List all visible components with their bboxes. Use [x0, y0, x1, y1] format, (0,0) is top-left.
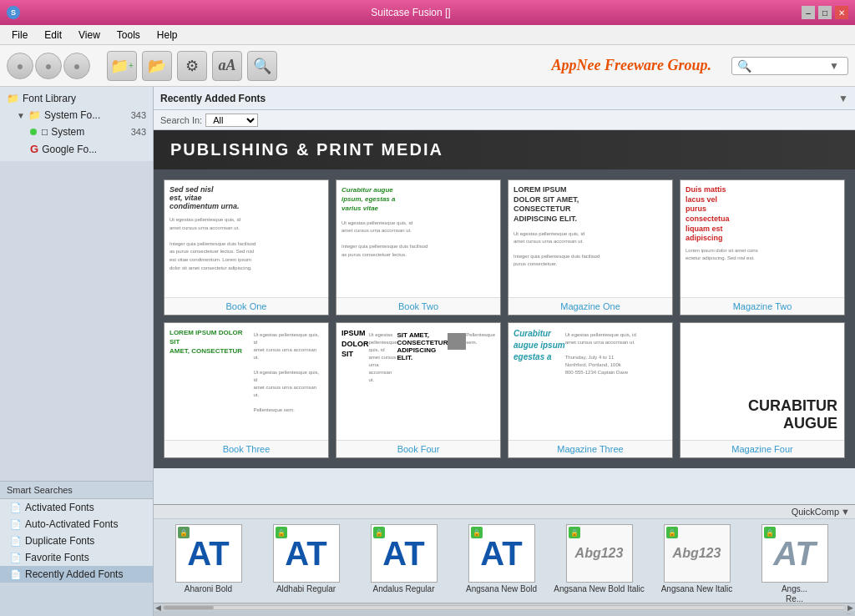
doc-icon-2: 📄 [10, 519, 22, 530]
minimize-button[interactable]: – [802, 6, 815, 19]
scroll-left-arrow[interactable]: ◀ [155, 603, 161, 612]
smart-searches-label: Smart Searches [7, 485, 73, 495]
expand-arrow-icon: ▼ [17, 111, 25, 120]
menu-help[interactable]: Help [149, 28, 186, 43]
font-card-book-three-label: Book Three [164, 440, 328, 457]
content-title-bar: Recently Added Fonts ▼ [154, 93, 855, 104]
font-card-book-two[interactable]: Curabitur augueipsum, egestas avarius vi… [336, 179, 501, 316]
close-button[interactable]: ✕ [835, 6, 848, 19]
font-card-book-three-preview: LOREM IPSUM DOLOR SITAMET, CONSECTETUR U… [164, 323, 328, 440]
font-thumb-andalus-regular-img: 🔒 AT [371, 524, 438, 583]
font-thumb-aharoni-bold-letter: AT [187, 535, 229, 573]
new-set-button[interactable]: 📂 [142, 51, 172, 81]
menu-tools[interactable]: Tools [109, 28, 149, 43]
search-input[interactable] [737, 59, 829, 73]
font-thumb-angs-re[interactable]: 🔒 AT Angs...Re... [746, 523, 842, 603]
sidebar-item-system[interactable]: □ System 343 [0, 124, 153, 140]
font-card-magazine-one[interactable]: LOREM IPSUMDOLOR SIT AMET,CONSECTETURADI… [508, 179, 673, 316]
menu-bar: File Edit View Tools Help [0, 25, 855, 45]
font-card-book-three[interactable]: LOREM IPSUM DOLOR SITAMET, CONSECTETUR U… [164, 322, 329, 458]
bottom-bar: QuickComp ▼ 🔒 AT Aharoni Bold 🔒 AT [154, 504, 855, 616]
font-card-book-four[interactable]: IPSUM DOLOR SIT Ut egestas pellentesque … [336, 322, 501, 458]
scroll-track[interactable] [163, 605, 846, 610]
lock-icon-7: 🔒 [764, 527, 776, 538]
lock-icon-6: 🔒 [666, 527, 678, 538]
sidebar-item-google-fonts[interactable]: G Google Fo... [0, 140, 153, 158]
font-preview-button[interactable]: aA [212, 51, 242, 81]
settings-button[interactable]: ⚙ [177, 51, 207, 81]
toolbar-search-box[interactable]: ▼ [731, 57, 848, 75]
quickcomp-arrow[interactable]: ▼ [841, 507, 850, 517]
resize-dots-icon: ··· [846, 610, 852, 617]
recently-added-fonts-label: Recently Added Fonts [25, 568, 123, 580]
circle-btn-1[interactable]: ● [7, 53, 33, 79]
activated-fonts-label: Activated Fonts [25, 502, 94, 513]
font-thumb-angsana-new-bold-letter: AT [480, 535, 522, 573]
font-thumb-angsana-new-bold-italic[interactable]: 🔒 Abg123 Angsana New Bold Italic [551, 523, 647, 596]
new-library-button[interactable]: 📁+ [107, 51, 137, 81]
font-thumb-aharoni-bold-label: Aharoni Bold [185, 584, 232, 594]
font-card-magazine-two[interactable]: Duis mattislacus velpurusconsectetualiqu… [680, 179, 845, 316]
content-title-arrow[interactable]: ▼ [838, 93, 848, 104]
font-card-magazine-four-label: Magazine Four [680, 440, 844, 457]
folder-icon-2: 📁 [28, 109, 41, 121]
font-thumb-angsana-new-bold-italic-img: 🔒 Abg123 [566, 524, 633, 583]
search-fonts-button[interactable]: 🔍 [247, 51, 277, 81]
preview-scroll-container[interactable]: PUBLISHING & PRINT MEDIA Sed sed nislest… [154, 130, 855, 504]
font-thumb-aldhabi-regular[interactable]: 🔒 AT Aldhabi Regular [258, 523, 354, 596]
font-thumb-angs-re-label: Angs...Re... [782, 584, 807, 603]
system-label: System [51, 126, 127, 138]
font-thumb-angsana-new-italic[interactable]: 🔒 Abg123 Angsana New Italic [649, 523, 745, 596]
font-thumb-angsana-new-italic-letter: Abg123 [673, 546, 721, 561]
font-thumb-angsana-new-bold-label: Angsana New Bold [466, 584, 537, 594]
font-card-magazine-one-preview: LOREM IPSUMDOLOR SIT AMET,CONSECTETURADI… [508, 180, 672, 297]
font-thumb-andalus-regular[interactable]: 🔒 AT Andalus Regular [356, 523, 452, 596]
font-card-book-one[interactable]: Sed sed nislest, vitaecondimentum urna. … [164, 179, 329, 316]
doc-icon-4: 📄 [10, 553, 22, 563]
smart-searches-list: 📄 Activated Fonts 📄 Auto-Activated Fonts… [0, 499, 153, 583]
lock-icon-4: 🔒 [471, 527, 483, 538]
sidebar-item-recently-added-fonts[interactable]: 📄 Recently Added Fonts [0, 566, 153, 583]
font-card-magazine-four[interactable]: CURABITURAUGUE Magazine Four [680, 322, 845, 458]
content-header: Recently Added Fonts ▼ [154, 87, 855, 110]
auto-activated-fonts-label: Auto-Activated Fonts [25, 518, 118, 530]
publishing-banner: PUBLISHING & PRINT MEDIA [154, 130, 855, 169]
font-thumb-aharoni-bold-img: 🔒 AT [175, 524, 242, 583]
font-thumb-angs-re-letter: AT [773, 535, 815, 573]
system-icon: □ [42, 126, 48, 138]
font-thumb-angsana-new-bold[interactable]: 🔒 AT Angsana New Bold [453, 523, 549, 596]
favorite-fonts-label: Favorite Fonts [25, 552, 89, 563]
sidebar-item-duplicate-fonts[interactable]: 📄 Duplicate Fonts [0, 533, 153, 549]
lock-icon-2: 🔒 [276, 527, 287, 538]
search-icon: ▼ [829, 60, 839, 72]
font-card-magazine-two-label: Magazine Two [680, 297, 844, 315]
sidebar-item-font-library[interactable]: 📁 Font Library [0, 90, 153, 107]
preview-area: PUBLISHING & PRINT MEDIA Sed sed nislest… [154, 130, 855, 468]
search-in-select[interactable]: All Name Family [205, 114, 258, 127]
search-in-bar: Search In: All Name Family [154, 110, 855, 130]
menu-view[interactable]: View [70, 28, 109, 43]
menu-edit[interactable]: Edit [36, 28, 70, 43]
resize-handle[interactable]: ··· [154, 611, 855, 616]
menu-file[interactable]: File [3, 28, 36, 43]
restore-button[interactable]: □ [818, 6, 832, 19]
system-fonts-count: 343 [131, 110, 146, 120]
content-title: Recently Added Fonts [160, 93, 266, 104]
toolbar-buttons: ● ● ● [7, 53, 90, 79]
sidebar-item-activated-fonts[interactable]: 📄 Activated Fonts [0, 499, 153, 516]
font-previews-grid: Sed sed nislest, vitaecondimentum urna. … [154, 169, 855, 468]
font-thumb-aharoni-bold[interactable]: 🔒 AT Aharoni Bold [160, 523, 256, 596]
circle-btn-3[interactable]: ● [63, 53, 90, 79]
font-thumbnails: 🔒 AT Aharoni Bold 🔒 AT Aldhabi Regular [154, 519, 855, 603]
font-thumb-aldhabi-regular-img: 🔒 AT [273, 524, 340, 583]
sidebar-item-system-fonts[interactable]: ▼ 📁 System Fo... 343 [0, 107, 153, 124]
circle-btn-2[interactable]: ● [35, 53, 62, 79]
font-thumb-angs-re-img: 🔒 AT [761, 524, 828, 583]
sidebar-item-favorite-fonts[interactable]: 📄 Favorite Fonts [0, 549, 153, 566]
main-layout: 📁 Font Library ▼ 📁 System Fo... 343 □ Sy… [0, 87, 855, 616]
font-thumb-angsana-new-italic-label: Angsana New Italic [661, 584, 733, 594]
sidebar-item-auto-activated-fonts[interactable]: 📄 Auto-Activated Fonts [0, 516, 153, 533]
font-card-magazine-three[interactable]: Curabituraugue ipsumegestas a Ut egestas… [508, 322, 673, 458]
font-card-book-four-label: Book Four [336, 440, 500, 457]
toolbar: ● ● ● 📁+ 📂 ⚙ aA 🔍 AppNee Freeware Group.… [0, 45, 855, 87]
